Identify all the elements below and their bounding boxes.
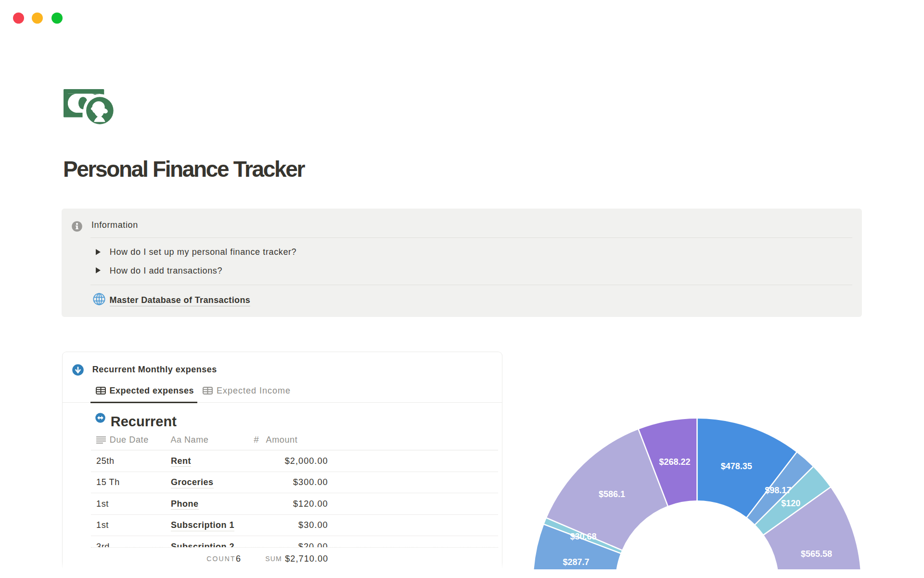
svg-text:$30.68: $30.68: [570, 532, 596, 541]
svg-text:$586.1: $586.1: [599, 489, 625, 499]
svg-text:$268.22: $268.22: [659, 457, 691, 467]
svg-text:$565.58: $565.58: [801, 549, 832, 559]
svg-text:$98.17: $98.17: [765, 486, 791, 495]
svg-text:$478.35: $478.35: [721, 461, 752, 471]
svg-text:$287.7: $287.7: [563, 557, 589, 567]
svg-text:$120: $120: [781, 499, 800, 508]
